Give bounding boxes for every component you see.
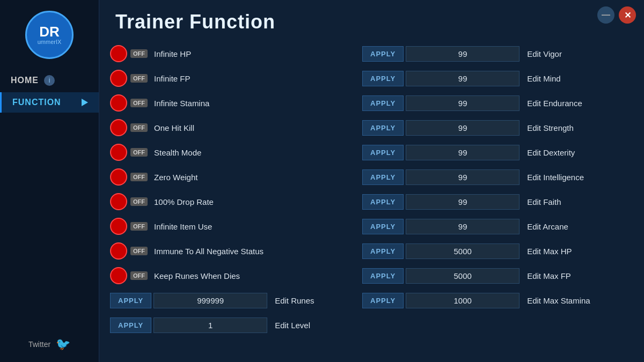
- stat-value-input[interactable]: [406, 169, 519, 185]
- off-badge[interactable]: OFF: [130, 247, 148, 255]
- toggle-circle[interactable]: [110, 94, 127, 112]
- toggle-rows: OFF Infinite HP OFF Infinite FP OFF Infi…: [110, 43, 352, 286]
- stat-apply-button[interactable]: APPLY: [362, 293, 404, 308]
- stat-value-input[interactable]: [406, 268, 519, 284]
- play-icon: [82, 99, 88, 106]
- stat-label: Edit Arcane: [527, 222, 568, 231]
- toggle-circle[interactable]: [110, 218, 127, 235]
- page-title: Trainer Function: [115, 11, 275, 33]
- stat-label: Edit Strength: [527, 123, 574, 132]
- stat-apply-button[interactable]: APPLY: [362, 71, 404, 86]
- stat-row: APPLY Edit Max HP: [362, 240, 636, 262]
- off-badge[interactable]: OFF: [130, 74, 148, 83]
- toggle-row: OFF Infinite Item Use: [110, 216, 352, 237]
- stat-label: Edit Max FP: [527, 271, 571, 280]
- sidebar-item-function[interactable]: FUNCTION: [0, 92, 99, 113]
- stat-apply-button[interactable]: APPLY: [362, 95, 404, 111]
- window-controls: — ✕: [597, 6, 636, 24]
- edit-label: Edit Level: [275, 321, 310, 330]
- off-badge[interactable]: OFF: [130, 49, 148, 58]
- off-badge[interactable]: OFF: [130, 99, 148, 107]
- stat-value-input[interactable]: [406, 95, 519, 111]
- off-badge[interactable]: OFF: [130, 197, 148, 206]
- stat-apply-button[interactable]: APPLY: [362, 194, 404, 210]
- toggle-row: OFF Keep Runes When Dies: [110, 265, 352, 286]
- toggle-label: Zero Weight: [154, 173, 197, 182]
- toggle-row: OFF Infinite HP: [110, 43, 352, 64]
- off-badge[interactable]: OFF: [130, 271, 148, 280]
- toggle-row: OFF Infinite Stamina: [110, 92, 352, 114]
- stat-label: Edit Intelligence: [527, 173, 584, 182]
- apply-button[interactable]: APPLY: [110, 317, 151, 333]
- toggle-circle[interactable]: [110, 119, 127, 136]
- stat-value-input[interactable]: [406, 243, 519, 259]
- toggle-row: OFF 100% Drop Rate: [110, 191, 352, 212]
- stat-row: APPLY Edit Max FP: [362, 265, 636, 286]
- stat-row: APPLY Edit Dexterity: [362, 142, 636, 163]
- info-icon[interactable]: i: [44, 75, 55, 86]
- stat-apply-button[interactable]: APPLY: [362, 243, 404, 259]
- logo-text-dr: DR: [39, 25, 60, 39]
- off-badge[interactable]: OFF: [130, 148, 148, 157]
- stat-row: APPLY Edit Faith: [362, 191, 636, 212]
- edit-value-input[interactable]: [153, 317, 267, 333]
- stat-apply-button[interactable]: APPLY: [362, 120, 404, 136]
- close-button[interactable]: ✕: [619, 6, 636, 24]
- toggle-label: Infinite Item Use: [154, 222, 212, 231]
- toggle-circle[interactable]: [110, 242, 127, 260]
- twitter-icon: 🐦: [56, 337, 70, 351]
- toggle-label: 100% Drop Rate: [154, 197, 214, 206]
- logo: DR ummerIX: [25, 11, 74, 59]
- apply-rows: APPLY Edit Runes APPLY Edit Level: [110, 290, 352, 336]
- toggle-circle[interactable]: [110, 193, 127, 210]
- stat-row: APPLY Edit Intelligence: [362, 166, 636, 188]
- off-badge[interactable]: OFF: [130, 222, 148, 231]
- stat-value-input[interactable]: [406, 194, 519, 210]
- toggle-label: Stealth Mode: [154, 148, 201, 157]
- edit-value-input[interactable]: [153, 293, 267, 308]
- stat-value-input[interactable]: [406, 219, 519, 234]
- stat-value-input[interactable]: [406, 46, 519, 62]
- toggle-circle[interactable]: [110, 45, 127, 62]
- toggle-circle[interactable]: [110, 70, 127, 87]
- stat-row: APPLY Edit Arcane: [362, 216, 636, 237]
- toggle-label: Infinite FP: [154, 74, 191, 83]
- stat-rows: APPLY Edit Vigor APPLY Edit Mind APPLY E…: [362, 43, 636, 311]
- stat-row: APPLY Edit Vigor: [362, 43, 636, 64]
- stat-apply-button[interactable]: APPLY: [362, 145, 404, 160]
- stat-label: Edit Dexterity: [527, 148, 575, 157]
- stat-label: Edit Max HP: [527, 247, 572, 256]
- stat-label: Edit Max Stamina: [527, 296, 590, 305]
- stat-label: Edit Vigor: [527, 49, 562, 58]
- left-panel: OFF Infinite HP OFF Infinite FP OFF Infi…: [110, 43, 352, 339]
- apply-button[interactable]: APPLY: [110, 293, 151, 308]
- stat-apply-button[interactable]: APPLY: [362, 46, 404, 62]
- stat-row: APPLY Edit Strength: [362, 117, 636, 138]
- home-label: HOME: [11, 76, 39, 85]
- stat-value-input[interactable]: [406, 293, 519, 308]
- stat-apply-button[interactable]: APPLY: [362, 268, 404, 284]
- stat-value-input[interactable]: [406, 145, 519, 160]
- stat-value-input[interactable]: [406, 71, 519, 86]
- stat-apply-button[interactable]: APPLY: [362, 169, 404, 185]
- toggle-circle[interactable]: [110, 267, 127, 284]
- stat-value-input[interactable]: [406, 120, 519, 136]
- toggle-label: Keep Runes When Dies: [154, 271, 240, 280]
- toggle-label: Infinite Stamina: [154, 99, 209, 108]
- toggle-label: One Hit Kill: [154, 123, 194, 132]
- toggle-row: OFF Infinite FP: [110, 68, 352, 89]
- function-label: FUNCTION: [12, 98, 61, 107]
- stat-label: Edit Endurance: [527, 99, 582, 108]
- stat-apply-button[interactable]: APPLY: [362, 219, 404, 234]
- sidebar-item-home[interactable]: HOME i: [0, 70, 99, 91]
- toggle-circle[interactable]: [110, 144, 127, 161]
- toggle-circle[interactable]: [110, 168, 127, 186]
- stat-label: Edit Faith: [527, 197, 561, 206]
- edit-row: APPLY Edit Level: [110, 314, 352, 336]
- toggle-row: OFF One Hit Kill: [110, 117, 352, 138]
- off-badge[interactable]: OFF: [130, 173, 148, 181]
- off-badge[interactable]: OFF: [130, 123, 148, 132]
- minimize-button[interactable]: —: [597, 6, 614, 24]
- right-panel: APPLY Edit Vigor APPLY Edit Mind APPLY E…: [362, 43, 636, 314]
- twitter-section[interactable]: Twitter 🐦: [28, 337, 70, 351]
